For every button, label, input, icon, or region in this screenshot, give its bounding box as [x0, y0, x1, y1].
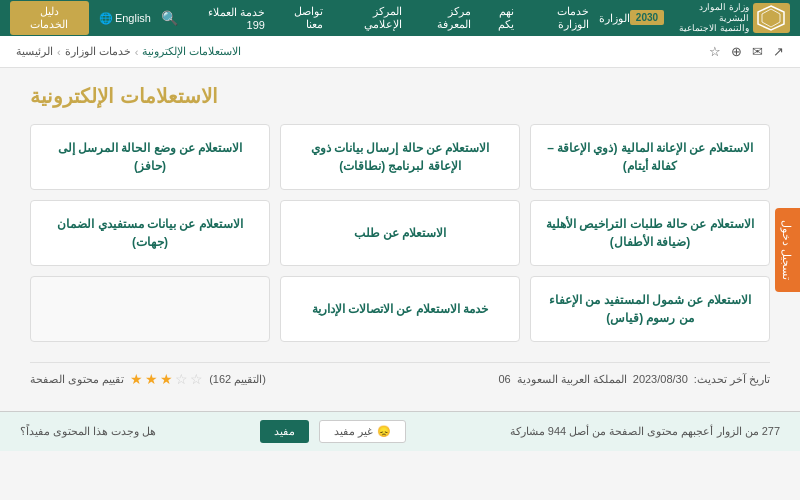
service-link-8[interactable]: خدمة الاستعلام عن الاتصالات الإدارية [312, 300, 488, 318]
date-updated-label: تاريخ آخر تحديث: [694, 373, 770, 386]
feedback-buttons: 😞 غير مفيد مفيد [260, 420, 406, 443]
service-card-5[interactable]: الاستعلام عن طلب [280, 200, 520, 266]
rating-left: تاريخ آخر تحديث: 2023/08/30 المملكة العر… [498, 373, 770, 386]
main-content: الاستعلامات الإلكترونية الاستعلام عن الإ… [10, 68, 790, 411]
top-navigation: وزارة الموارد البشرية والتنمية الاجتماعي… [0, 0, 800, 36]
nav-ministry[interactable]: الوزارة [599, 12, 630, 25]
ministry-name-line1: وزارة الموارد البشرية [668, 2, 749, 24]
action-icons: ↗ ✉ ⊕ ☆ [709, 44, 784, 59]
service-card-9 [30, 276, 270, 342]
service-card-1[interactable]: الاستعلام عن الإعانة المالية (ذوي الإعاق… [530, 124, 770, 190]
bookmark-icon[interactable]: ☆ [709, 44, 721, 59]
nav-contact-us[interactable]: تواصل معنا [275, 5, 323, 31]
kingdom-label: المملكة العربية السعودية [517, 373, 627, 386]
login-side-tab[interactable]: تسجيل دخول [775, 208, 800, 292]
service-link-6[interactable]: الاستعلام عن بيانات مستفيدي الضمان (جهات… [43, 215, 257, 251]
service-link-4[interactable]: الاستعلام عن حالة طلبات التراخيص الأهلية… [543, 215, 757, 251]
star-2[interactable]: ☆ [175, 371, 188, 387]
rating-label: تقييم محتوى الصفحة [30, 373, 124, 386]
print-icon[interactable]: ⊕ [731, 44, 742, 59]
breadcrumb-separator2: › [135, 46, 139, 58]
service-card-4[interactable]: الاستعلام عن حالة طلبات التراخيص الأهلية… [530, 200, 770, 266]
top-nav-links: الوزارة خدمات الوزارة نهم يكم مركز المعر… [10, 1, 630, 35]
ministry-name-line2: والتنمية الاجتماعية [668, 23, 749, 34]
breadcrumb: الاستعلامات الإلكترونية › خدمات الوزارة … [16, 45, 241, 58]
rating-count: (التقييم 162) [209, 373, 266, 386]
nav-media-center[interactable]: المركز الإعلامي [333, 5, 402, 31]
breadcrumb-current: الاستعلامات الإلكترونية [142, 45, 241, 58]
nav-we-need-you[interactable]: نهم يكم [481, 5, 514, 31]
nav-ministry-services[interactable]: خدمات الوزارة [524, 5, 589, 31]
helpful-button[interactable]: مفيد [260, 420, 309, 443]
service-link-2[interactable]: الاستعلام عن حالة إرسال بيانات ذوي الإعا… [293, 139, 507, 175]
breadcrumb-services[interactable]: خدمات الوزارة [65, 45, 131, 58]
service-card-8[interactable]: خدمة الاستعلام عن الاتصالات الإدارية [280, 276, 520, 342]
email-icon[interactable]: ✉ [752, 44, 763, 59]
service-link-3[interactable]: الاستعلام عن وضع الحالة المرسل إلى (حافز… [43, 139, 257, 175]
nav-knowledge-center[interactable]: مركز المعرفة [412, 5, 471, 31]
rating-stars[interactable]: ☆ ☆ ★ ★ ★ [130, 371, 203, 387]
service-card-3[interactable]: الاستعلام عن وضع الحالة المرسل إلى (حافز… [30, 124, 270, 190]
not-helpful-button[interactable]: 😞 غير مفيد [319, 420, 406, 443]
service-link-7[interactable]: الاستعلام عن شمول المستفيد من الإعفاء من… [543, 291, 757, 327]
search-icon[interactable]: 🔍 [161, 10, 178, 26]
share-icon[interactable]: ↗ [773, 44, 784, 59]
logo-area: وزارة الموارد البشرية والتنمية الاجتماعي… [630, 2, 790, 34]
rating-right: (التقييم 162) ☆ ☆ ★ ★ ★ تقييم محتوى الصف… [30, 371, 266, 387]
services-grid: الاستعلام عن الإعانة المالية (ذوي الإعاق… [30, 124, 770, 342]
star-4[interactable]: ★ [145, 371, 158, 387]
globe-icon: 🌐 [99, 12, 113, 25]
secondary-navigation: ↗ ✉ ⊕ ☆ الاستعلامات الإلكترونية › خدمات … [0, 36, 800, 68]
vision-badge: 2030 [630, 10, 664, 25]
top-nav-left: وزارة الموارد البشرية والتنمية الاجتماعي… [630, 2, 790, 34]
star-1[interactable]: ☆ [190, 371, 203, 387]
star-5[interactable]: ★ [130, 371, 143, 387]
breadcrumb-home[interactable]: الرئيسية [16, 45, 53, 58]
date-value: 2023/08/30 [633, 373, 688, 385]
footer-bar: 277 من الزوار أعجبهم محتوى الصفحة من أصل… [0, 411, 800, 451]
service-card-7[interactable]: الاستعلام عن شمول المستفيد من الإعفاء من… [530, 276, 770, 342]
page-title: الاستعلامات الإلكترونية [30, 84, 770, 108]
breadcrumb-separator1: › [57, 46, 61, 58]
language-button[interactable]: English 🌐 [99, 12, 151, 25]
footer-question: هل وجدت هذا المحتوى مفيداً؟ [20, 425, 156, 438]
star-3[interactable]: ★ [160, 371, 173, 387]
sad-icon: 😞 [377, 425, 391, 438]
service-link-1[interactable]: الاستعلام عن الإعانة المالية (ذوي الإعاق… [543, 139, 757, 175]
nav-customer-service[interactable]: خدمة العملاء 199 [188, 6, 265, 31]
rating-section: تاريخ آخر تحديث: 2023/08/30 المملكة العر… [30, 362, 770, 395]
ministry-emblem [757, 5, 785, 31]
service-link-5[interactable]: الاستعلام عن طلب [354, 224, 447, 242]
svg-marker-1 [762, 9, 780, 27]
date-code: 06 [498, 373, 510, 385]
service-card-6[interactable]: الاستعلام عن بيانات مستفيدي الضمان (جهات… [30, 200, 270, 266]
guide-button[interactable]: دليل الخدمات [10, 1, 89, 35]
service-card-2[interactable]: الاستعلام عن حالة إرسال بيانات ذوي الإعا… [280, 124, 520, 190]
footer-stats: 277 من الزوار أعجبهم محتوى الصفحة من أصل… [510, 425, 780, 438]
